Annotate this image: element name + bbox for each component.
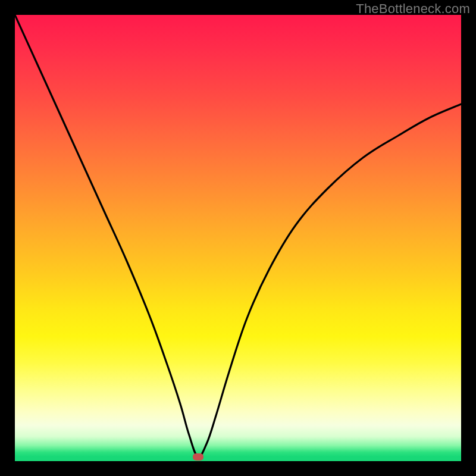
min-point-marker	[193, 453, 203, 461]
plot-area	[15, 15, 461, 461]
chart-frame: TheBottleneck.com	[0, 0, 476, 476]
bottleneck-curve	[15, 15, 461, 461]
